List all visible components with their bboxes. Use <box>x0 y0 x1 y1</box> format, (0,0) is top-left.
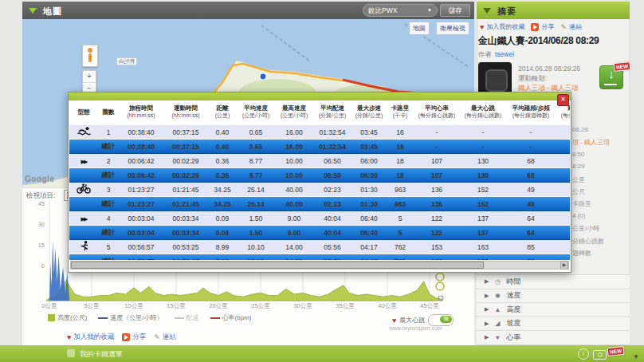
lap-cell: 0.09 <box>208 211 237 226</box>
link-link[interactable]: ✎連結 <box>560 22 582 31</box>
lap-cell: 1.50 <box>237 211 275 226</box>
total-cell: 14.00 <box>275 254 313 261</box>
total-cell: 04:17 <box>351 254 387 261</box>
summary-detail-fragment: 公里 <box>572 175 631 184</box>
lap-row[interactable]: 500:56:5700:53:258.9910.1014.0005:5604:1… <box>69 240 570 254</box>
legend-item[interactable]: 速度（公里/小時） <box>98 313 163 322</box>
lap-cell: 00:03:34 <box>163 211 208 226</box>
speed-icon: ◉ <box>493 292 501 299</box>
legend-item[interactable]: 配速 <box>175 313 199 322</box>
collapse-triangle-icon[interactable] <box>483 8 491 14</box>
save-button[interactable]: 儲存 <box>440 4 470 17</box>
lap-cell: 00:03:04 <box>119 211 163 226</box>
lap-cell: 04:17 <box>351 240 387 254</box>
lap-cell: 00:53:25 <box>163 240 208 254</box>
popup-hscrollbar-thumb[interactable] <box>71 262 484 269</box>
author-link[interactable]: tsewei <box>495 50 514 60</box>
lap-cell: 02:23 <box>313 183 351 197</box>
popup-title-bar[interactable] <box>69 92 571 100</box>
close-icon[interactable]: ✕ <box>557 94 569 106</box>
map-attribution: Google <box>25 175 54 183</box>
info-icon[interactable]: i <box>578 348 589 360</box>
total-cell: 03:45 <box>351 140 387 154</box>
total-cell: 01:30 <box>351 197 387 211</box>
total-cell: 762 <box>387 254 414 261</box>
lap-row[interactable]: 100:38:4000:37:150.400.6516.0001:32:5403… <box>69 125 570 140</box>
total-cell: 00:03:04 <box>119 226 163 240</box>
menu-item-label: 高度 <box>506 305 520 315</box>
legend-item[interactable]: 高度(公尺) <box>48 313 87 322</box>
sidebar-menu-item-slope[interactable]: ▶◢坡度 <box>477 317 630 330</box>
map-type-button-map[interactable]: 地圖 <box>409 22 430 35</box>
total-cell: 00:38:40 <box>119 140 163 154</box>
legend-label: 心率(bpm) <box>222 313 252 322</box>
total-cell: 00:56:57 <box>119 254 163 261</box>
link-icon: ✎ <box>560 23 567 31</box>
lap-cell: 122 <box>414 211 460 226</box>
menu-item-label: 時間 <box>506 277 520 287</box>
popup-hscrollbar-right-arrow[interactable]: ▶ <box>560 261 568 270</box>
lap-row[interactable]: ▶▶200:06:4200:02:290.368.7710.0006:5006:… <box>69 154 570 168</box>
legend-item[interactable]: 心率(bpm) <box>210 313 252 322</box>
sidebar-menu-item-time[interactable]: ▶◷時間 <box>477 274 630 288</box>
column-header: 平均速度(公里/小時) <box>237 100 275 125</box>
lap-cell: 06:50 <box>313 154 351 168</box>
total-cell: 10.00 <box>275 168 313 183</box>
link-share[interactable]: 分享 <box>122 332 146 342</box>
total-cell: 0.40 <box>208 140 237 154</box>
watermark: www.brytonsport.com <box>389 325 442 331</box>
run-icon <box>69 240 98 254</box>
lap-cell: 107 <box>414 154 460 168</box>
expand-arrow-icon: ▶ <box>485 321 489 327</box>
total-cell: - <box>506 140 556 154</box>
lap-cell: 5 <box>387 211 414 226</box>
x-tick-label: 35公里 <box>332 302 359 310</box>
y-tick-label: 15 <box>30 242 45 249</box>
lap-cell: 762 <box>387 240 414 254</box>
download-tray-icon <box>604 84 617 85</box>
activity-title: 金山鐵人賽-2014/06/28 08:29 <box>478 34 631 48</box>
scroll-down-arrow-icon[interactable]: ▼ <box>633 353 639 360</box>
total-cell: 06:00 <box>351 168 387 183</box>
sidebar-menu-item-heartrate[interactable]: ▶♥心率 <box>477 330 630 344</box>
chevron-down-icon: ▼ <box>427 5 432 16</box>
camera-icon[interactable] <box>593 350 607 360</box>
pegman-control[interactable] <box>82 45 98 67</box>
swim-icon <box>69 125 98 140</box>
legend-swatch <box>210 317 220 319</box>
link-link[interactable]: ✎連結 <box>154 332 176 342</box>
column-header: 平均心率(每分鐘心跳數) <box>414 100 460 125</box>
total-row: 總計00:38:4000:37:150.400.6516.0001:32:540… <box>69 140 570 154</box>
sidebar-menu-item-speed[interactable]: ▶◉速度 <box>477 289 630 302</box>
altitude-icon: ▲ <box>493 306 501 313</box>
map-type-button-satellite[interactable]: 衛星檢視 <box>436 22 469 35</box>
link-share[interactable]: 分享 <box>531 22 554 31</box>
lap-row[interactable]: 301:23:2701:21:4534.2525.1440.0002:2301:… <box>69 183 570 197</box>
link-heart[interactable]: ♥加入我的收藏 <box>67 332 114 342</box>
new-badge: NEW <box>613 61 630 72</box>
lap-row[interactable]: ▶▶400:03:0400:03:340.091.509.0040:0406:4… <box>69 211 570 226</box>
lap-cell: 05:56 <box>313 240 351 254</box>
total-cell: 49 <box>506 197 556 211</box>
export-format-select[interactable]: 銳比PWX ▼ <box>363 4 438 17</box>
sidebar-menu-item-altitude[interactable]: ▶▲高度 <box>477 302 630 316</box>
lap-cell: 18 <box>387 154 414 168</box>
author-label: 作者 <box>478 50 492 60</box>
link-heart[interactable]: ♥加入我的收藏 <box>480 22 524 31</box>
lap-cell: - <box>460 125 506 140</box>
total-cell: 963 <box>387 197 414 211</box>
collapse-triangle-icon[interactable] <box>29 8 37 14</box>
footer-menu-label[interactable]: 我的卡鐵選單 <box>80 349 123 360</box>
time-icon: ◷ <box>493 278 501 285</box>
zoom-in-button[interactable]: + <box>83 71 96 83</box>
summary-detail-fragment: 8:29 <box>572 163 631 170</box>
total-cell: 137 <box>460 226 506 240</box>
max-hr-toggle[interactable]: 開 <box>428 314 454 326</box>
lap-cell: 40.00 <box>275 183 313 197</box>
lap-cell: 00:06:42 <box>119 154 163 168</box>
x-tick-label: 25公里 <box>247 302 274 310</box>
total-cell: 00:53:25 <box>163 254 208 261</box>
lap-cell: 85 <box>506 240 556 254</box>
total-row: 總計00:03:0400:03:340.091.509.0040:0406:40… <box>69 226 570 240</box>
summary-detail-fragment: 06.28 <box>572 126 631 133</box>
